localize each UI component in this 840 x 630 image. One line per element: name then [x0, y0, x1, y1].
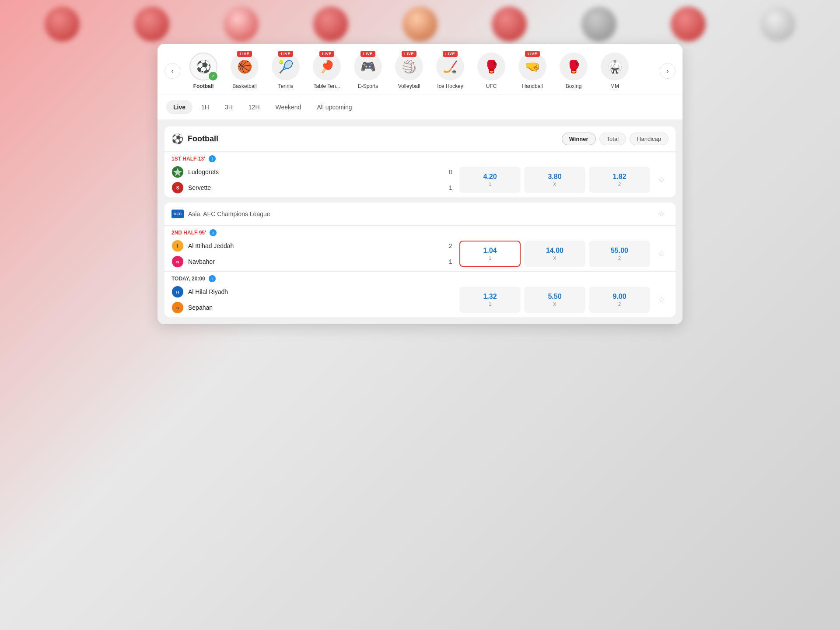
svg-text:S: S — [176, 306, 179, 310]
afc-status-text-2: TODAY, 20:00 — [172, 276, 205, 282]
afc-teams-row-1: I Al Ittihad Jeddah 2 N Navbahor 1 — [164, 238, 676, 271]
afc-teams-column-2: H Al Hilal Riyadh S Sepahan — [172, 286, 455, 314]
afc-team-row-2a: H Al Hilal Riyadh — [172, 286, 455, 298]
sport-icon-wrap-esports: LIVE🎮 — [354, 52, 382, 80]
odd-value-1-1: 4.20 — [483, 173, 497, 181]
afc-team-row-1b: N Navbahor 1 — [172, 256, 455, 268]
sport-icon-wrap-tennis: LIVE🎾 — [272, 52, 300, 80]
live-badge-handball: LIVE — [525, 51, 540, 57]
sport-item-mma[interactable]: 🥋MM — [595, 51, 634, 91]
bet-type-btn-total[interactable]: Total — [599, 133, 626, 145]
teams-column-1: Ludogorets 0 S Servette 1 — [172, 166, 455, 194]
afc-team-row-1a: I Al Ittihad Jeddah 2 — [172, 240, 455, 252]
afc-odd-btn-1-1-highlighted[interactable]: 1.04 1 — [459, 241, 521, 267]
afc-odd-value-2-3: 9.00 — [612, 293, 626, 301]
time-filter-btn-weekend[interactable]: Weekend — [269, 100, 308, 114]
afc-team-logo-1a: I — [172, 240, 184, 252]
afc-odd-label-1-1: 1 — [489, 256, 491, 261]
svg-text:S: S — [176, 186, 179, 190]
afc-match-2: TODAY, 20:00 i H Al Hilal Riyadh — [164, 271, 676, 317]
sport-item-handball[interactable]: LIVE🤜Handball — [513, 51, 552, 91]
football-section-icon: ⚽ — [172, 133, 183, 145]
time-filter-btn-1h[interactable]: 1H — [194, 100, 216, 114]
afc-team-logo-1b: N — [172, 256, 184, 268]
odd-btn-1-2[interactable]: 3.80 X — [524, 167, 585, 193]
team-logo-1b: S — [172, 182, 184, 194]
time-filter-btn-12h[interactable]: 12H — [242, 100, 267, 114]
sport-item-esports[interactable]: LIVE🎮E-Sports — [348, 51, 388, 91]
time-filter-btn-all[interactable]: All upcoming — [310, 100, 359, 114]
afc-odd-btn-2-3[interactable]: 9.00 2 — [589, 287, 650, 313]
sport-label-tennis: Tennis — [278, 83, 294, 89]
league-header-afc: AFC Asia. AFC Champions League ☆ — [164, 203, 676, 225]
fav-btn-league-afc[interactable]: ☆ — [654, 207, 668, 221]
sport-item-boxing[interactable]: 🥊Boxing — [554, 51, 593, 91]
afc-status-text-1: 2ND HALF 95' — [172, 230, 206, 236]
afc-team-score-1a: 2 — [446, 242, 455, 249]
afc-fav-btn-1[interactable]: ☆ — [654, 247, 668, 261]
sport-icon-mma: 🥋 — [601, 52, 629, 80]
odd-btn-1-1[interactable]: 4.20 1 — [459, 167, 521, 193]
afc-odd-value-2-1: 1.32 — [483, 293, 497, 301]
sport-label-football: Football — [193, 83, 214, 89]
sport-item-ice-hockey[interactable]: LIVE🏒Ice Hockey — [430, 51, 470, 91]
afc-odd-value-2-2: 5.50 — [548, 293, 561, 301]
sport-icon-wrap-football: ✓⚽ — [189, 52, 217, 80]
afc-odd-btn-1-3[interactable]: 55.00 2 — [589, 241, 650, 267]
afc-team-name-1b: Navbahor — [188, 258, 442, 265]
afc-info-icon-1[interactable]: i — [210, 229, 217, 236]
afc-odd-value-1-2: 14.00 — [546, 247, 564, 255]
odd-label-1-1: 1 — [489, 182, 491, 187]
afc-team-row-2b: S Sepahan — [172, 301, 455, 314]
sport-item-ufc[interactable]: 🥊UFC — [472, 51, 511, 91]
sport-item-football[interactable]: ✓⚽Football — [184, 51, 223, 91]
afc-odd-label-2-1: 1 — [489, 301, 491, 307]
bet-type-btn-handicap[interactable]: Handicap — [630, 133, 668, 145]
football-section: ⚽ Football WinnerTotalHandicap 1ST HALF … — [164, 126, 676, 197]
afc-odds-group-1: 1.04 1 14.00 X 55.00 2 — [459, 241, 650, 267]
sport-label-mma: MM — [610, 83, 619, 89]
odd-value-1-2: 3.80 — [548, 173, 561, 181]
afc-odd-label-2-3: 2 — [618, 301, 621, 307]
sport-item-tennis[interactable]: LIVE🎾Tennis — [266, 51, 305, 91]
odd-btn-1-3[interactable]: 1.82 2 — [589, 167, 650, 193]
sport-label-table-tennis: Table Ten... — [313, 83, 340, 89]
team-row-1b: S Servette 1 — [172, 182, 455, 194]
afc-odd-btn-1-2[interactable]: 14.00 X — [524, 241, 585, 267]
fav-btn-1[interactable]: ☆ — [654, 173, 668, 187]
team-name-1b: Servette — [188, 184, 442, 191]
afc-info-icon-2[interactable]: i — [209, 275, 216, 282]
sport-item-volleyball[interactable]: LIVE🏐Volleyball — [389, 51, 429, 91]
afc-odd-label-2-2: X — [553, 301, 556, 307]
nav-next-button[interactable]: › — [660, 63, 676, 79]
afc-team-logo-2a: H — [172, 286, 184, 298]
sport-icon-wrap-basketball: LIVE🏀 — [231, 52, 259, 80]
league-badge-afc: AFC — [172, 210, 184, 218]
bet-type-btn-winner[interactable]: Winner — [562, 133, 596, 145]
sport-item-basketball[interactable]: LIVE🏀Basketball — [225, 51, 264, 91]
afc-section: AFC Asia. AFC Champions League ☆ 2ND HAL… — [164, 203, 676, 317]
info-icon-1[interactable]: i — [209, 155, 216, 162]
team-score-1b: 1 — [446, 184, 455, 191]
time-filter: Live1H3H12HWeekendAll upcoming — [158, 94, 682, 119]
time-filter-btn-3h[interactable]: 3H — [218, 100, 240, 114]
afc-odd-label-1-3: 2 — [618, 256, 621, 261]
live-badge-basketball: LIVE — [237, 51, 252, 57]
afc-odd-value-1-3: 55.00 — [611, 247, 628, 255]
afc-match-status-2: TODAY, 20:00 i — [164, 272, 676, 284]
sport-icon-wrap-ufc: 🥊 — [477, 52, 505, 80]
time-filter-btn-live[interactable]: Live — [166, 100, 192, 114]
section-header-football: ⚽ Football WinnerTotalHandicap — [164, 126, 676, 151]
afc-fav-btn-2[interactable]: ☆ — [654, 293, 668, 307]
sport-icon-wrap-mma: 🥋 — [601, 52, 629, 80]
afc-teams-row-2: H Al Hilal Riyadh S Sepahan — [164, 284, 676, 317]
sport-icon-ufc: 🥊 — [477, 52, 505, 80]
live-badge-tennis: LIVE — [278, 51, 293, 57]
nav-prev-button[interactable]: ‹ — [164, 63, 180, 79]
sports-list: ✓⚽FootballLIVE🏀BasketballLIVE🎾TennisLIVE… — [184, 51, 658, 91]
afc-odd-btn-2-1[interactable]: 1.32 1 — [459, 287, 521, 313]
afc-odd-btn-2-2[interactable]: 5.50 X — [524, 287, 585, 313]
svg-text:I: I — [177, 244, 178, 248]
match-status-1: 1ST HALF 13' i — [164, 152, 676, 164]
sport-item-table-tennis[interactable]: LIVE🏓Table Ten... — [307, 51, 346, 91]
